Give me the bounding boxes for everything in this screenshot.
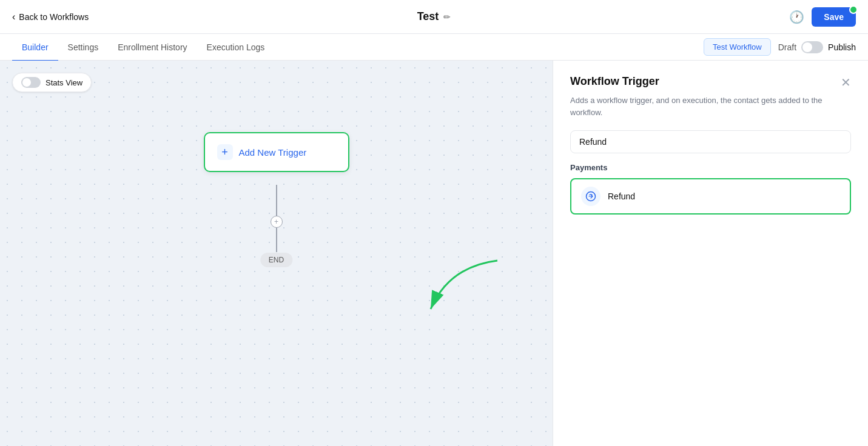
back-to-workflows-link[interactable]: ‹ Back to Workflows [12,12,89,22]
main-content: Stats View + Add New Trigger + END [0,61,868,446]
header: ‹ Back to Workflows Test ✏ 🕐 Save [0,0,868,34]
tab-builder[interactable]: Builder [12,35,58,61]
arrow-annotation [412,255,510,330]
stats-view-toggle[interactable]: Stats View [12,73,92,92]
refund-result-label: Refund [608,191,635,201]
add-new-trigger-box[interactable]: + Add New Trigger [204,132,349,172]
tabs-right: Test Workflow Draft Publish [704,38,856,56]
save-button[interactable]: Save [812,7,856,27]
connector-line-2 [276,228,277,252]
back-arrow-icon: ‹ [12,12,15,22]
header-left: ‹ Back to Workflows [12,12,89,22]
tabs-bar: Builder Settings Enrollment History Exec… [0,34,868,61]
publish-toggle[interactable] [801,41,823,53]
tabs-left: Builder Settings Enrollment History Exec… [12,34,274,61]
draft-publish-toggle-group: Draft Publish [778,41,856,53]
workflow-title: Test [417,10,439,23]
refund-icon [581,187,601,206]
header-right: 🕐 Save [789,7,856,27]
tab-settings[interactable]: Settings [58,35,109,61]
header-center: Test ✏ [417,10,451,23]
workflow-canvas[interactable]: Stats View + Add New Trigger + END [0,61,553,446]
plus-icon: + [217,144,233,160]
publish-label: Publish [828,42,856,52]
right-panel: Workflow Trigger ✕ Adds a workflow trigg… [553,61,868,446]
back-label: Back to Workflows [19,12,89,22]
stats-toggle-switch[interactable] [21,77,41,88]
tab-enrollment-history[interactable]: Enrollment History [108,35,197,61]
edit-icon[interactable]: ✏ [443,12,451,22]
draft-label: Draft [778,42,796,52]
trigger-node: + Add New Trigger [204,132,349,172]
clock-icon[interactable]: 🕐 [789,10,804,24]
stats-view-label: Stats View [45,78,82,87]
refund-result-item[interactable]: Refund [570,178,851,215]
panel-title: Workflow Trigger [570,75,659,88]
trigger-label: Add New Trigger [239,147,307,158]
panel-description: Adds a workflow trigger, and on executio… [570,95,851,118]
trigger-search-input[interactable] [570,130,851,153]
panel-header: Workflow Trigger ✕ [570,75,851,90]
close-panel-button[interactable]: ✕ [841,75,851,90]
end-node: END [260,253,292,267]
payments-section-label: Payments [570,163,851,172]
tab-execution-logs[interactable]: Execution Logs [197,35,275,61]
add-step-button[interactable]: + [271,216,283,228]
test-workflow-button[interactable]: Test Workflow [704,38,771,56]
